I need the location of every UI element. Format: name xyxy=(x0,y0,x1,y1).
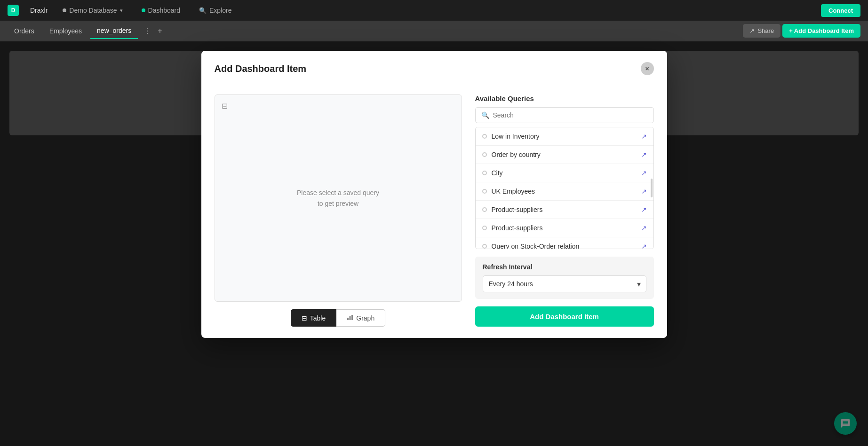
nav-dashboard-label: Dashboard xyxy=(148,7,181,14)
explore-icon: 🔍 xyxy=(199,7,207,14)
share-button[interactable]: ↗ Share xyxy=(743,24,780,38)
app-brand: Draxlr xyxy=(30,7,48,14)
preview-table-icon: ⊟ xyxy=(222,102,228,110)
modal-title: Add Dashboard Item xyxy=(215,63,307,74)
svg-rect-0 xyxy=(347,318,349,320)
query-dot xyxy=(482,134,487,139)
query-item-left: Query on Stock-Order relation xyxy=(482,243,580,249)
query-name: Product-suppliers xyxy=(492,206,543,213)
graph-icon xyxy=(347,314,353,322)
query-link-icon[interactable]: ↗ xyxy=(641,169,647,177)
preview-box: ⊟ Please select a saved query to get pre… xyxy=(215,94,462,302)
app-logo: D xyxy=(8,5,19,16)
query-item-left: Order by country xyxy=(482,151,541,158)
modal-overlay: Add Dashboard Item × ⊟ Please select a s… xyxy=(0,41,868,446)
query-dot xyxy=(482,171,487,175)
tab-new-orders[interactable]: new_orders xyxy=(90,23,138,39)
query-name: City xyxy=(492,169,503,177)
query-dot xyxy=(482,244,487,249)
tabs-add-icon[interactable]: + xyxy=(156,25,164,37)
query-link-icon[interactable]: ↗ xyxy=(641,224,647,232)
graph-type-button[interactable]: Graph xyxy=(336,309,385,327)
modal-body: ⊟ Please select a saved query to get pre… xyxy=(201,83,667,338)
db-dot xyxy=(63,8,66,12)
query-name: UK Employees xyxy=(492,188,535,195)
tabs-bar: Orders Employees new_orders ⋮ + ↗ Share … xyxy=(0,21,868,41)
type-buttons: ⊟ Table Graph xyxy=(291,309,385,327)
nav-dashboard[interactable]: Dashboard xyxy=(138,5,184,16)
query-name: Product-suppliers xyxy=(492,224,543,232)
dashboard-dot xyxy=(142,8,145,12)
query-item-left: Product-suppliers xyxy=(482,224,543,232)
nav-database-label: Demo Database xyxy=(69,7,117,14)
svg-rect-1 xyxy=(350,316,351,320)
query-name: Low in Inventory xyxy=(492,133,540,140)
query-item-low-in-inventory[interactable]: Low in Inventory ↗ xyxy=(476,127,653,146)
scroll-indicator xyxy=(651,179,653,197)
svg-rect-2 xyxy=(351,315,353,320)
tab-orders[interactable]: Orders xyxy=(8,23,41,39)
modal-close-button[interactable]: × xyxy=(641,62,654,75)
query-item-uk-employees[interactable]: UK Employees ↗ xyxy=(476,182,653,201)
right-panel: Available Queries 🔍 Low in Inventory ↗ O… xyxy=(475,94,654,327)
query-link-icon[interactable]: ↗ xyxy=(641,133,647,140)
top-nav: D Draxlr Demo Database ▾ Dashboard 🔍 Exp… xyxy=(0,0,868,21)
query-dot xyxy=(482,207,487,212)
available-queries-section: Available Queries 🔍 Low in Inventory ↗ O… xyxy=(475,94,654,249)
query-item-left: UK Employees xyxy=(482,188,535,195)
preview-panel: ⊟ Please select a saved query to get pre… xyxy=(215,94,462,327)
query-link-icon[interactable]: ↗ xyxy=(641,243,647,249)
add-dashboard-item-modal: Add Dashboard Item × ⊟ Please select a s… xyxy=(201,51,667,338)
queries-section-title: Available Queries xyxy=(475,94,654,102)
query-name: Order by country xyxy=(492,151,541,158)
queries-list: Low in Inventory ↗ Order by country ↗ Ci… xyxy=(475,127,654,249)
search-input[interactable] xyxy=(493,111,648,119)
query-item-left: City xyxy=(482,169,503,177)
query-item-city[interactable]: City ↗ xyxy=(476,164,653,182)
query-link-icon[interactable]: ↗ xyxy=(641,206,647,213)
table-type-button[interactable]: ⊟ Table xyxy=(291,309,336,327)
query-link-icon[interactable]: ↗ xyxy=(641,151,647,158)
nav-explore-label: Explore xyxy=(209,7,231,14)
query-item-left: Low in Inventory xyxy=(482,133,540,140)
tabs-more-icon[interactable]: ⋮ xyxy=(142,24,153,37)
nav-database[interactable]: Demo Database ▾ xyxy=(59,5,126,16)
query-item-product-suppliers-2[interactable]: Product-suppliers ↗ xyxy=(476,219,653,237)
preview-placeholder: Please select a saved query to get previ… xyxy=(297,188,379,209)
refresh-title: Refresh Interval xyxy=(483,263,646,271)
refresh-interval-select[interactable]: Every 1 hourEvery 6 hoursEvery 12 hoursE… xyxy=(483,275,646,292)
query-dot xyxy=(482,189,487,194)
query-link-icon[interactable]: ↗ xyxy=(641,188,647,195)
modal-header: Add Dashboard Item × xyxy=(201,51,667,83)
query-dot xyxy=(482,226,487,230)
share-arrow-icon: ↗ xyxy=(749,27,755,34)
refresh-section: Refresh Interval Every 1 hourEvery 6 hou… xyxy=(475,257,654,299)
nav-db-arrow: ▾ xyxy=(120,8,123,14)
query-name: Query on Stock-Order relation xyxy=(492,243,580,249)
query-item-order-by-country[interactable]: Order by country ↗ xyxy=(476,146,653,164)
add-dashboard-button[interactable]: + Add Dashboard Item xyxy=(782,24,860,38)
query-item-product-suppliers-1[interactable]: Product-suppliers ↗ xyxy=(476,201,653,219)
query-item-query-stock-order[interactable]: Query on Stock-Order relation ↗ xyxy=(476,237,653,249)
connect-button[interactable]: Connect xyxy=(821,4,860,17)
search-box: 🔍 xyxy=(475,107,654,123)
refresh-select-wrapper: Every 1 hourEvery 6 hoursEvery 12 hoursE… xyxy=(483,275,646,292)
query-dot xyxy=(482,152,487,157)
query-item-left: Product-suppliers xyxy=(482,206,543,213)
table-icon: ⊟ xyxy=(302,314,307,322)
add-item-button[interactable]: Add Dashboard Item xyxy=(475,306,654,327)
nav-explore[interactable]: 🔍 Explore xyxy=(195,5,235,16)
search-icon: 🔍 xyxy=(481,111,489,119)
tab-employees[interactable]: Employees xyxy=(43,23,88,39)
